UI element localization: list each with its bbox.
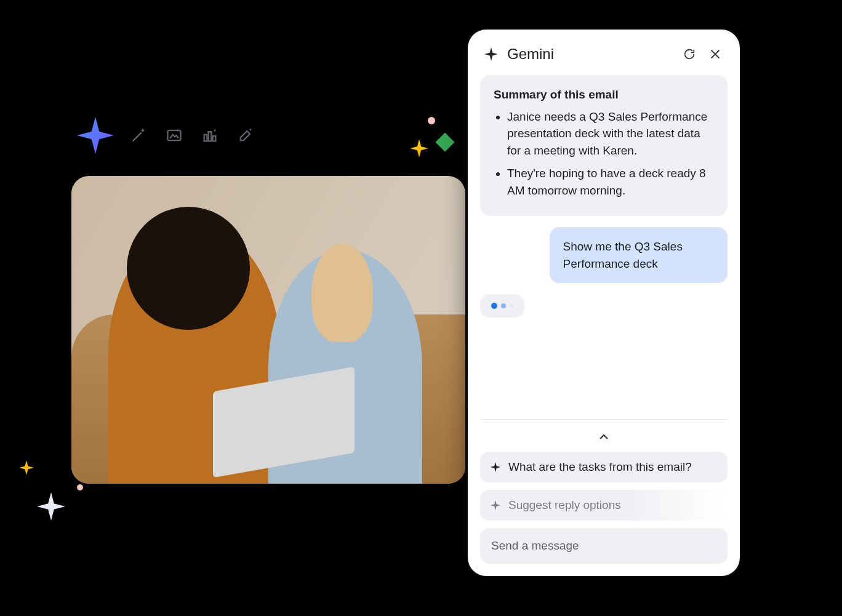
svg-rect-3 xyxy=(213,136,216,141)
suggestion-text: What are the tasks from this email? xyxy=(508,460,692,474)
suggestion-text: Suggest reply options xyxy=(508,498,621,512)
refresh-button[interactable] xyxy=(681,46,698,63)
decorative-dot xyxy=(428,117,435,124)
sparkle-icon xyxy=(19,460,34,475)
user-message-bubble: Show me the Q3 Sales Performance deck xyxy=(550,227,728,283)
magic-wand-icon[interactable] xyxy=(129,126,148,145)
chart-column-icon[interactable] xyxy=(201,126,219,145)
svg-rect-2 xyxy=(209,132,212,141)
gemini-header: Gemini xyxy=(480,43,728,71)
sparkle-icon xyxy=(77,117,114,154)
message-input[interactable] xyxy=(491,539,716,553)
gemini-conversation: Summary of this email Janice needs a Q3 … xyxy=(480,71,728,419)
sparkle-icon xyxy=(37,492,65,521)
close-button[interactable] xyxy=(707,46,724,63)
sparkle-icon xyxy=(410,139,428,158)
assistant-summary-bubble: Summary of this email Janice needs a Q3 … xyxy=(480,75,728,216)
suggestion-chip[interactable]: What are the tasks from this email? xyxy=(480,452,728,482)
chevron-up-icon[interactable] xyxy=(595,430,613,444)
gemini-title: Gemini xyxy=(507,46,672,63)
summary-list: Janice needs a Q3 Sales Performance pres… xyxy=(494,108,715,199)
gemini-panel: Gemini Summary of this email Janice need… xyxy=(468,30,740,576)
decorative-diamond xyxy=(435,132,454,151)
suggestion-chip[interactable]: Suggest reply options xyxy=(480,490,728,521)
decorative-dot xyxy=(77,484,83,490)
gemini-sparkle-icon xyxy=(484,47,499,62)
hero-photo xyxy=(71,176,465,484)
sparkle-icon xyxy=(490,462,501,473)
summary-bullet: They're hoping to have a deck ready 8 AM… xyxy=(507,165,715,199)
sparkle-icon xyxy=(490,500,501,511)
image-sparkle-icon[interactable] xyxy=(165,126,183,145)
typing-indicator xyxy=(480,294,524,318)
brush-sparkle-icon[interactable] xyxy=(236,126,255,145)
summary-bullet: Janice needs a Q3 Sales Performance pres… xyxy=(507,108,715,159)
svg-rect-1 xyxy=(204,135,207,142)
gemini-footer: What are the tasks from this email? Sugg… xyxy=(480,419,728,564)
message-composer[interactable] xyxy=(480,528,728,564)
summary-heading: Summary of this email xyxy=(494,86,715,103)
ai-tools-toolbar xyxy=(129,126,255,145)
